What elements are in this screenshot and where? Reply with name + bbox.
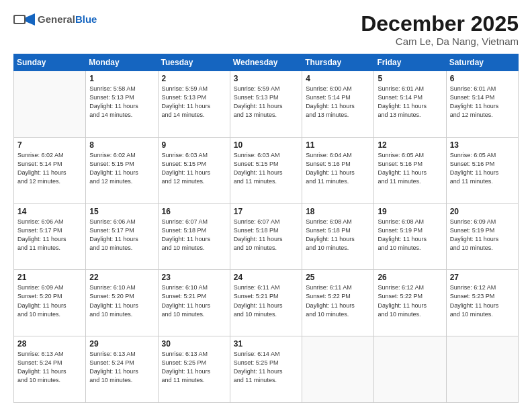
calendar-cell: 6Sunrise: 6:01 AMSunset: 5:14 PMDaylight… bbox=[446, 71, 518, 138]
day-info: Sunrise: 6:02 AMSunset: 5:15 PMDaylight:… bbox=[89, 151, 154, 186]
day-number: 6 bbox=[450, 74, 515, 83]
day-info: Sunrise: 6:13 AMSunset: 5:24 PMDaylight:… bbox=[17, 350, 82, 385]
weekday-header-thursday: Thursday bbox=[302, 54, 374, 71]
day-number: 28 bbox=[17, 339, 82, 349]
day-info: Sunrise: 6:12 AMSunset: 5:23 PMDaylight:… bbox=[450, 283, 515, 318]
calendar-cell: 12Sunrise: 6:05 AMSunset: 5:16 PMDayligh… bbox=[374, 137, 446, 203]
day-number: 1 bbox=[89, 74, 154, 83]
weekday-header-sunday: Sunday bbox=[14, 54, 86, 71]
calendar-cell: 26Sunrise: 6:12 AMSunset: 5:22 PMDayligh… bbox=[374, 270, 446, 336]
day-number: 14 bbox=[17, 207, 82, 216]
day-number: 29 bbox=[89, 339, 154, 349]
day-number: 10 bbox=[234, 140, 298, 150]
day-info: Sunrise: 6:13 AMSunset: 5:24 PMDaylight:… bbox=[89, 350, 154, 385]
week-row-2: 14Sunrise: 6:06 AMSunset: 5:17 PMDayligh… bbox=[14, 203, 519, 270]
weekday-header-wednesday: Wednesday bbox=[230, 54, 302, 71]
location: Cam Le, Da Nang, Vietnam bbox=[361, 36, 519, 47]
calendar-cell: 29Sunrise: 6:13 AMSunset: 5:24 PMDayligh… bbox=[86, 336, 158, 403]
day-number: 30 bbox=[162, 339, 226, 349]
calendar-cell: 5Sunrise: 6:01 AMSunset: 5:14 PMDaylight… bbox=[374, 71, 446, 138]
calendar-cell: 24Sunrise: 6:11 AMSunset: 5:21 PMDayligh… bbox=[230, 270, 302, 336]
day-number: 16 bbox=[162, 207, 226, 216]
day-info: Sunrise: 6:11 AMSunset: 5:22 PMDaylight:… bbox=[306, 283, 370, 318]
day-number: 25 bbox=[306, 273, 370, 282]
page: GeneralBlue December 2025 Cam Le, Da Nan… bbox=[0, 0, 532, 411]
day-info: Sunrise: 6:01 AMSunset: 5:14 PMDaylight:… bbox=[450, 85, 515, 120]
weekday-header-saturday: Saturday bbox=[446, 54, 518, 71]
calendar-body: 1Sunrise: 5:58 AMSunset: 5:13 PMDaylight… bbox=[14, 71, 519, 403]
day-number: 11 bbox=[306, 140, 370, 150]
weekday-header-row: SundayMondayTuesdayWednesdayThursdayFrid… bbox=[14, 54, 519, 71]
day-info: Sunrise: 6:11 AMSunset: 5:21 PMDaylight:… bbox=[234, 283, 298, 318]
calendar-cell: 8Sunrise: 6:02 AMSunset: 5:15 PMDaylight… bbox=[86, 137, 158, 203]
month-title: December 2025 bbox=[361, 12, 519, 36]
calendar-cell: 31Sunrise: 6:14 AMSunset: 5:25 PMDayligh… bbox=[230, 336, 302, 403]
calendar-cell: 1Sunrise: 5:58 AMSunset: 5:13 PMDaylight… bbox=[86, 71, 158, 138]
calendar-cell: 25Sunrise: 6:11 AMSunset: 5:22 PMDayligh… bbox=[302, 270, 374, 336]
day-info: Sunrise: 5:58 AMSunset: 5:13 PMDaylight:… bbox=[89, 85, 154, 120]
day-info: Sunrise: 6:08 AMSunset: 5:19 PMDaylight:… bbox=[378, 218, 442, 253]
day-number: 7 bbox=[17, 140, 82, 150]
logo-icon bbox=[13, 12, 35, 27]
calendar-cell: 7Sunrise: 6:02 AMSunset: 5:14 PMDaylight… bbox=[14, 137, 86, 203]
day-info: Sunrise: 6:03 AMSunset: 5:15 PMDaylight:… bbox=[234, 151, 298, 186]
calendar-cell: 22Sunrise: 6:10 AMSunset: 5:20 PMDayligh… bbox=[86, 270, 158, 336]
week-row-0: 1Sunrise: 5:58 AMSunset: 5:13 PMDaylight… bbox=[14, 71, 519, 138]
day-info: Sunrise: 6:13 AMSunset: 5:25 PMDaylight:… bbox=[162, 350, 226, 385]
day-number: 9 bbox=[162, 140, 226, 150]
day-number: 8 bbox=[89, 140, 154, 150]
calendar-cell: 10Sunrise: 6:03 AMSunset: 5:15 PMDayligh… bbox=[230, 137, 302, 203]
calendar-cell: 13Sunrise: 6:05 AMSunset: 5:16 PMDayligh… bbox=[446, 137, 518, 203]
calendar-cell: 16Sunrise: 6:07 AMSunset: 5:18 PMDayligh… bbox=[158, 203, 230, 270]
day-number: 19 bbox=[378, 207, 442, 216]
calendar-cell: 17Sunrise: 6:07 AMSunset: 5:18 PMDayligh… bbox=[230, 203, 302, 270]
svg-rect-1 bbox=[15, 16, 24, 23]
week-row-4: 28Sunrise: 6:13 AMSunset: 5:24 PMDayligh… bbox=[14, 336, 519, 403]
day-info: Sunrise: 6:00 AMSunset: 5:14 PMDaylight:… bbox=[306, 85, 370, 120]
day-number: 4 bbox=[306, 74, 370, 83]
day-info: Sunrise: 5:59 AMSunset: 5:13 PMDaylight:… bbox=[162, 85, 226, 120]
day-info: Sunrise: 6:02 AMSunset: 5:14 PMDaylight:… bbox=[17, 151, 82, 186]
calendar-cell bbox=[374, 336, 446, 403]
logo-general: General bbox=[38, 13, 75, 25]
day-number: 15 bbox=[89, 207, 154, 216]
day-number: 21 bbox=[17, 273, 82, 282]
calendar-cell bbox=[302, 336, 374, 403]
day-number: 23 bbox=[162, 273, 226, 282]
day-info: Sunrise: 6:14 AMSunset: 5:25 PMDaylight:… bbox=[234, 350, 298, 385]
calendar-cell: 15Sunrise: 6:06 AMSunset: 5:17 PMDayligh… bbox=[86, 203, 158, 270]
logo: GeneralBlue bbox=[13, 12, 97, 27]
weekday-header-tuesday: Tuesday bbox=[158, 54, 230, 71]
calendar-cell: 27Sunrise: 6:12 AMSunset: 5:23 PMDayligh… bbox=[446, 270, 518, 336]
day-number: 3 bbox=[234, 74, 298, 83]
calendar-cell bbox=[14, 71, 86, 138]
day-info: Sunrise: 6:09 AMSunset: 5:19 PMDaylight:… bbox=[450, 218, 515, 253]
day-number: 20 bbox=[450, 207, 515, 216]
svg-marker-2 bbox=[26, 13, 35, 26]
day-info: Sunrise: 6:04 AMSunset: 5:16 PMDaylight:… bbox=[306, 151, 370, 186]
calendar-cell: 3Sunrise: 5:59 AMSunset: 5:13 PMDaylight… bbox=[230, 71, 302, 138]
calendar-cell: 19Sunrise: 6:08 AMSunset: 5:19 PMDayligh… bbox=[374, 203, 446, 270]
calendar-cell: 18Sunrise: 6:08 AMSunset: 5:18 PMDayligh… bbox=[302, 203, 374, 270]
header: GeneralBlue December 2025 Cam Le, Da Nan… bbox=[13, 12, 519, 47]
calendar-cell: 20Sunrise: 6:09 AMSunset: 5:19 PMDayligh… bbox=[446, 203, 518, 270]
calendar-cell: 30Sunrise: 6:13 AMSunset: 5:25 PMDayligh… bbox=[158, 336, 230, 403]
day-number: 26 bbox=[378, 273, 442, 282]
day-number: 5 bbox=[378, 74, 442, 83]
calendar-cell: 23Sunrise: 6:10 AMSunset: 5:21 PMDayligh… bbox=[158, 270, 230, 336]
day-info: Sunrise: 6:10 AMSunset: 5:21 PMDaylight:… bbox=[162, 283, 226, 318]
calendar-cell: 28Sunrise: 6:13 AMSunset: 5:24 PMDayligh… bbox=[14, 336, 86, 403]
day-info: Sunrise: 6:10 AMSunset: 5:20 PMDaylight:… bbox=[89, 283, 154, 318]
calendar-cell: 14Sunrise: 6:06 AMSunset: 5:17 PMDayligh… bbox=[14, 203, 86, 270]
week-row-1: 7Sunrise: 6:02 AMSunset: 5:14 PMDaylight… bbox=[14, 137, 519, 203]
calendar-table: SundayMondayTuesdayWednesdayThursdayFrid… bbox=[13, 54, 519, 403]
day-info: Sunrise: 6:06 AMSunset: 5:17 PMDaylight:… bbox=[17, 218, 82, 253]
week-row-3: 21Sunrise: 6:09 AMSunset: 5:20 PMDayligh… bbox=[14, 270, 519, 336]
calendar-cell bbox=[446, 336, 518, 403]
calendar-cell: 21Sunrise: 6:09 AMSunset: 5:20 PMDayligh… bbox=[14, 270, 86, 336]
day-number: 22 bbox=[89, 273, 154, 282]
day-number: 12 bbox=[378, 140, 442, 150]
calendar-cell: 11Sunrise: 6:04 AMSunset: 5:16 PMDayligh… bbox=[302, 137, 374, 203]
day-number: 24 bbox=[234, 273, 298, 282]
day-number: 31 bbox=[234, 339, 298, 349]
